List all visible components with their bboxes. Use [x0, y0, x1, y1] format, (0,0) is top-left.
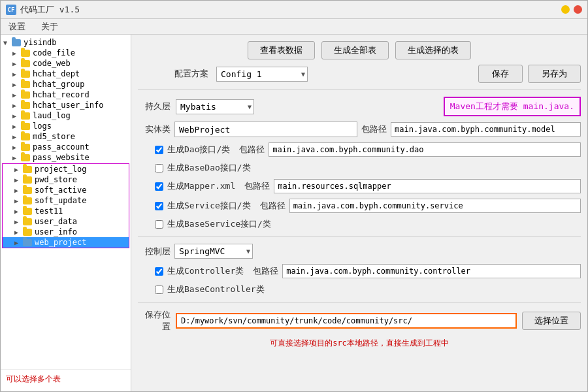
tree-label: hchat_user_info: [33, 101, 103, 110]
entity-pkg-input[interactable]: [391, 122, 581, 137]
menu-bar: 设置 关于: [1, 19, 587, 35]
tree-label: web_project: [35, 238, 86, 247]
left-panel: ▼ yisindb ▶ code_file ▶ c: [1, 35, 131, 391]
arrow: ▶: [12, 112, 20, 120]
config-row: 配置方案 Config 1 ▼ 保存 另存为: [138, 65, 581, 83]
config-select[interactable]: Config 1: [216, 67, 308, 82]
tree-item[interactable]: ▶ soft_active: [3, 185, 129, 195]
right-panel: 查看表数据 生成全部表 生成选择的表 配置方案 Config 1 ▼ 保存 另存…: [131, 35, 587, 391]
folder-icon-el: [22, 165, 33, 174]
service-row: 生成Service接口/类 包路径: [138, 199, 581, 213]
controller-layer-label: 控制层: [138, 246, 171, 257]
generate-selected-button[interactable]: 生成选择的表: [395, 41, 471, 59]
arrow: ▶: [14, 218, 22, 225]
controller-pkg-label: 包路径: [253, 265, 278, 277]
service-checkbox-label: 生成Service接口/类: [167, 200, 251, 212]
tree-label: project_log: [35, 165, 86, 174]
tree-item[interactable]: ▶ hchat_dept: [1, 69, 131, 79]
save-path-input[interactable]: [176, 313, 517, 329]
tree-item[interactable]: ▶ code_file: [1, 48, 131, 58]
tree-item[interactable]: ▶ user_data: [3, 216, 129, 227]
persistence-select-wrapper: Mybatis ▼: [176, 99, 254, 114]
tree-root[interactable]: ▼ yisindb: [1, 37, 131, 48]
generate-all-button[interactable]: 生成全部表: [321, 41, 389, 59]
tree-label: hchat_record: [33, 90, 90, 99]
arrow: ▶: [14, 197, 22, 204]
menu-about[interactable]: 关于: [39, 20, 61, 34]
window-controls: [561, 5, 582, 14]
folder-icon-el: [20, 101, 31, 110]
select-path-button[interactable]: 选择位置: [522, 312, 581, 330]
tree-item[interactable]: ▶ test11: [3, 206, 129, 216]
tree-item[interactable]: ▶ code_web: [1, 58, 131, 69]
tree-label: md5_store: [33, 132, 75, 141]
tree-item[interactable]: ▶ logs: [1, 121, 131, 131]
arrow: ▶: [12, 102, 20, 109]
dao-row: 生成Dao接口/类 包路径: [138, 142, 581, 157]
arrow: ▶: [14, 239, 22, 246]
arrow: ▶: [14, 229, 22, 236]
dao-pkg-label: 包路径: [239, 144, 265, 155]
tree-container[interactable]: ▼ yisindb ▶ code_file ▶ c: [1, 37, 131, 369]
arrow: ▶: [12, 71, 20, 78]
tree-item[interactable]: ▶ soft_update: [3, 195, 129, 206]
folder-icon-el: [20, 48, 31, 57]
tree-item[interactable]: ▶ md5_store: [1, 131, 131, 142]
tree-label: pass_account: [33, 142, 90, 152]
arrow: ▶: [14, 187, 22, 194]
multi-select-hint: 可以选择多个表: [1, 369, 131, 389]
mapper-pkg-input[interactable]: [274, 179, 581, 193]
save-path-row: 保存位置 选择位置: [138, 309, 581, 333]
base-service-label: 生成BaseService接口/类: [167, 218, 271, 230]
arrow: ▶: [12, 81, 20, 88]
dao-checkbox[interactable]: [155, 146, 163, 154]
tree-root-arrow: ▼: [3, 39, 11, 46]
tree-item[interactable]: ▶ project_log: [3, 164, 129, 174]
persistence-select[interactable]: Mybatis: [176, 99, 254, 114]
app-icon: CF: [6, 5, 16, 15]
save-as-button[interactable]: 另存为: [528, 65, 581, 83]
arrow: ▶: [14, 176, 22, 184]
base-service-checkbox[interactable]: [155, 220, 163, 229]
tree-item[interactable]: ▶ hchat_user_info: [1, 100, 131, 110]
arrow: ▶: [12, 123, 20, 130]
controller-select[interactable]: SpringMVC: [174, 244, 253, 259]
folder-icon-el: [22, 227, 33, 237]
tree-label: user_info: [35, 227, 77, 237]
dao-pkg-input[interactable]: [269, 142, 581, 157]
tree-item[interactable]: ▶ pass_website: [1, 152, 131, 163]
entity-input[interactable]: [174, 122, 357, 137]
tree-root-label: yisindb: [24, 38, 57, 47]
arrow: ▶: [12, 91, 20, 99]
base-controller-checkbox[interactable]: [155, 286, 163, 294]
divider2: [138, 237, 581, 237]
service-checkbox[interactable]: [155, 202, 163, 210]
tree-item[interactable]: ▶ laud_log: [1, 110, 131, 121]
minimize-button[interactable]: [561, 5, 570, 14]
tree-item[interactable]: ▶ user_info: [3, 227, 129, 237]
tree-item[interactable]: ▶ hchat_record: [1, 90, 131, 100]
base-dao-checkbox[interactable]: [155, 164, 163, 172]
close-button[interactable]: [574, 5, 582, 14]
tree-highlight-group: ▶ project_log ▶ pwd_store ▶ sof: [2, 163, 129, 248]
tree-item[interactable]: ▶ pwd_store: [3, 174, 129, 185]
controller-checkbox[interactable]: [155, 267, 163, 276]
divider3: [138, 302, 581, 302]
tree-item[interactable]: ▶ pass_account: [1, 142, 131, 152]
menu-settings[interactable]: 设置: [6, 20, 28, 34]
mapper-checkbox[interactable]: [155, 182, 163, 191]
maven-hint-text: Maven工程才需要 main.java.: [450, 101, 574, 111]
save-button[interactable]: 保存: [478, 65, 523, 83]
arrow: ▶: [12, 60, 20, 67]
controller-pkg-input[interactable]: [282, 264, 581, 278]
view-data-button[interactable]: 查看表数据: [248, 41, 315, 59]
tree-item[interactable]: ▶ hchat_group: [1, 79, 131, 90]
tree-item-selected[interactable]: ▶ web_project: [3, 237, 129, 248]
mapper-row: 生成Mapper.xml 包路径: [138, 179, 581, 193]
folder-icon-el: [20, 132, 31, 141]
controller-select-wrapper: SpringMVC ▼: [174, 244, 253, 259]
persistence-label: 持久层: [138, 101, 171, 112]
service-pkg-input[interactable]: [289, 199, 581, 213]
title-bar-left: CF 代码工厂 v1.5: [6, 4, 80, 16]
entity-row: 实体类 包路径: [138, 122, 581, 137]
